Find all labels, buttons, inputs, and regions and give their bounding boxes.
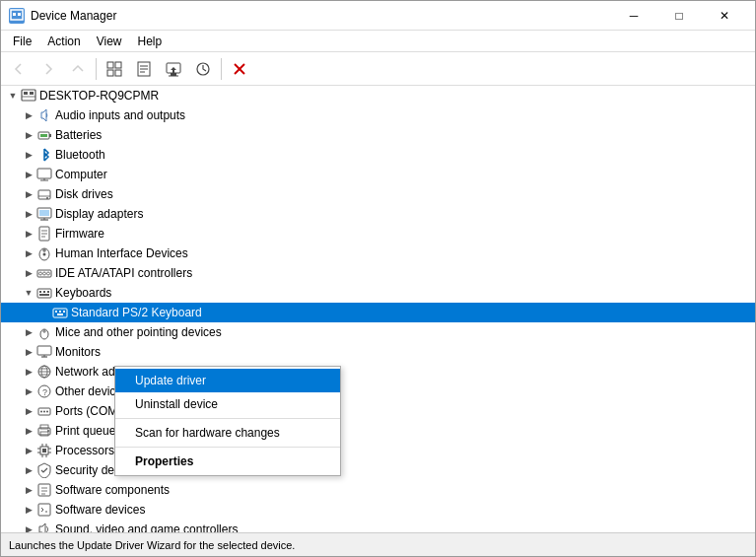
svg-rect-18	[24, 92, 28, 95]
svg-point-72	[40, 411, 42, 413]
menu-view[interactable]: View	[89, 31, 130, 52]
monitors-expander[interactable]: ▶	[21, 344, 36, 360]
toolbar-separator-2	[221, 58, 222, 80]
display-icon	[36, 206, 52, 222]
tree-item-ps2keyboard[interactable]: Standard PS/2 Keyboard	[1, 303, 755, 322]
svg-rect-52	[47, 294, 49, 296]
menu-file[interactable]: File	[5, 31, 39, 52]
back-button[interactable]	[5, 56, 33, 82]
tree-item-display[interactable]: ▶ Display adapters	[1, 204, 755, 224]
root-expander[interactable]: ▼	[5, 88, 21, 104]
tree-item-ide[interactable]: ▶ IDE ATA/ATAPI controllers	[1, 263, 755, 283]
tree-item-bluetooth[interactable]: ▶ Bluetooth	[1, 145, 755, 165]
software-dev-expander[interactable]: ▶	[21, 502, 36, 518]
toolbar-separator-1	[96, 58, 97, 80]
tree-item-audio[interactable]: ▶ Audio inputs and outputs	[1, 105, 755, 125]
svg-point-44	[43, 272, 46, 275]
svg-point-73	[43, 411, 45, 413]
context-menu-properties[interactable]: Properties	[115, 450, 340, 473]
keyboards-expander[interactable]: ▼	[21, 285, 36, 301]
root-label: DESKTOP-RQ9CPMR	[39, 89, 159, 103]
update-driver-button[interactable]	[160, 56, 187, 82]
context-menu-update-driver[interactable]: Update driver	[115, 369, 340, 392]
tree-item-hid[interactable]: ▶ Human Interface Devices	[1, 244, 755, 263]
svg-rect-4	[115, 62, 121, 68]
main-content: ▼ DESKTOP-RQ9CPMR ▶	[1, 86, 755, 532]
menu-help[interactable]: Help	[130, 31, 171, 52]
software-comp-expander[interactable]: ▶	[21, 482, 36, 498]
remove-device-button[interactable]	[226, 56, 253, 82]
show-hide-button[interactable]	[101, 56, 128, 82]
svg-rect-23	[40, 134, 47, 137]
svg-rect-93	[38, 504, 50, 516]
software-dev-icon	[36, 502, 52, 518]
scan-hardware-button[interactable]	[189, 56, 217, 82]
tree-item-mice[interactable]: ▶ Mice and other pointing devices	[1, 322, 755, 342]
other-expander[interactable]: ▶	[21, 383, 36, 399]
display-label: Display adapters	[55, 207, 143, 221]
properties-button[interactable]	[130, 56, 158, 82]
tree-item-firmware[interactable]: ▶ Firmware	[1, 224, 755, 244]
processors-expander[interactable]: ▶	[21, 443, 36, 458]
svg-rect-54	[55, 311, 57, 313]
tree-item-software-dev[interactable]: ▶ Software devices	[1, 500, 755, 520]
security-expander[interactable]: ▶	[21, 462, 36, 478]
hid-label: Human Interface Devices	[55, 246, 188, 260]
svg-rect-33	[39, 210, 49, 216]
ports-icon	[36, 403, 52, 419]
software-comp-icon	[36, 482, 52, 498]
svg-rect-49	[47, 291, 49, 293]
context-menu-uninstall[interactable]: Uninstall device	[115, 392, 340, 416]
mice-expander[interactable]: ▶	[21, 324, 36, 340]
firmware-expander[interactable]: ▶	[21, 226, 36, 242]
tree-item-monitors[interactable]: ▶ Monitors	[1, 342, 755, 362]
tree-item-disk[interactable]: ▶ Disk drives	[1, 184, 755, 204]
tree-item-software-comp[interactable]: ▶ Software components	[1, 480, 755, 500]
network-expander[interactable]: ▶	[21, 364, 36, 380]
context-menu-scan[interactable]: Scan for hardware changes	[115, 421, 340, 445]
forward-button[interactable]	[34, 56, 62, 82]
minimize-button[interactable]: ─	[611, 1, 656, 31]
mice-icon	[36, 324, 52, 340]
print-expander[interactable]: ▶	[21, 423, 36, 439]
batteries-label: Batteries	[55, 128, 102, 142]
bluetooth-icon	[36, 147, 52, 163]
device-tree[interactable]: ▼ DESKTOP-RQ9CPMR ▶	[1, 86, 755, 532]
hid-expander[interactable]: ▶	[21, 245, 36, 261]
computer-icon	[36, 167, 52, 182]
close-button[interactable]: ✕	[702, 1, 747, 31]
tree-item-batteries[interactable]: ▶ Batteries	[1, 125, 755, 145]
audio-expander[interactable]: ▶	[21, 107, 36, 123]
tree-root[interactable]: ▼ DESKTOP-RQ9CPMR	[1, 86, 755, 105]
keyboards-icon	[36, 285, 52, 301]
svg-rect-53	[53, 309, 67, 317]
ide-expander[interactable]: ▶	[21, 265, 36, 281]
svg-rect-1	[13, 13, 16, 16]
svg-rect-55	[59, 311, 61, 313]
bluetooth-expander[interactable]: ▶	[21, 147, 36, 163]
disk-expander[interactable]: ▶	[21, 186, 36, 202]
context-menu-sep-2	[115, 447, 340, 448]
up-button[interactable]	[64, 56, 92, 82]
ports-expander[interactable]: ▶	[21, 403, 36, 419]
processors-label: Processors	[55, 444, 114, 457]
disk-icon	[36, 186, 52, 202]
tree-item-sound[interactable]: ▶ Sound, video and game controllers	[1, 520, 755, 532]
tree-item-computer[interactable]: ▶ Computer	[1, 165, 755, 184]
svg-rect-5	[107, 70, 113, 76]
window-icon	[9, 8, 25, 24]
print-icon	[36, 423, 52, 439]
svg-point-74	[46, 411, 48, 413]
computer-expander[interactable]: ▶	[21, 167, 36, 182]
maximize-button[interactable]: □	[656, 1, 702, 31]
menu-action[interactable]: Action	[39, 31, 88, 52]
batteries-expander[interactable]: ▶	[21, 127, 36, 143]
menu-bar: File Action View Help	[1, 31, 755, 52]
sound-expander[interactable]: ▶	[21, 522, 36, 532]
display-expander[interactable]: ▶	[21, 206, 36, 222]
tree-item-keyboards[interactable]: ▼ Keyboards	[1, 283, 755, 303]
svg-rect-57	[57, 313, 63, 315]
svg-rect-61	[37, 346, 51, 355]
monitors-label: Monitors	[55, 345, 101, 359]
ps2keyboard-expander	[36, 305, 52, 320]
